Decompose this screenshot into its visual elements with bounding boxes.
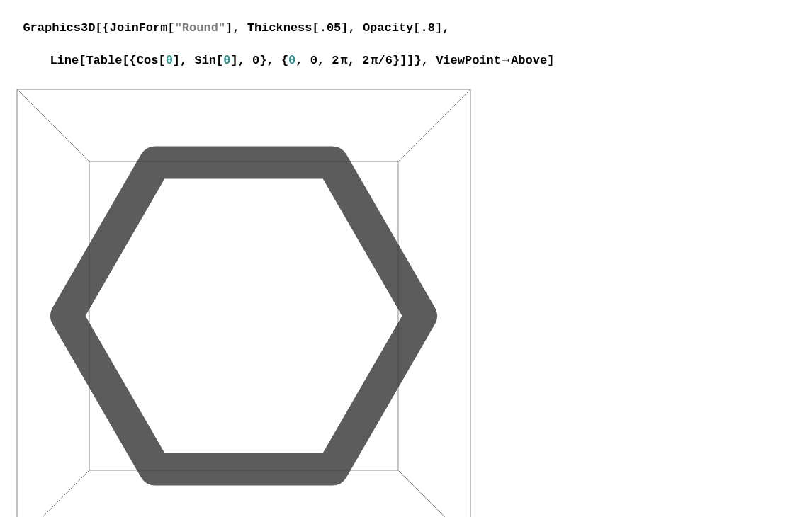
code-text: Above] [511, 54, 554, 67]
code-text: ], 0}, { [230, 54, 288, 67]
code-text: π [369, 54, 378, 67]
code-text: → [501, 54, 511, 67]
code-text: " [175, 21, 182, 35]
code-text: /6}]]}, ViewPoint [378, 54, 501, 67]
code-text: ], Thickness[.05], Opacity[.8], [225, 21, 449, 35]
input-code-line-2: Line[Table[{Cos[θ], Sin[θ], 0}, {θ, 0, 2… [9, 37, 812, 69]
code-string: Round [182, 21, 218, 35]
graphics3d-output[interactable] [10, 82, 812, 517]
hexagon-line [67, 162, 421, 469]
code-text: , 0, 2 [295, 54, 339, 67]
code-text: " [218, 21, 225, 35]
code-text: Graphics3D[{JoinForm[ [23, 21, 174, 35]
code-variable: θ [223, 54, 230, 67]
svg-line-3 [398, 89, 470, 161]
code-variable: θ [288, 54, 295, 67]
svg-line-4 [17, 470, 89, 517]
graphics3d-svg [10, 82, 478, 517]
code-text: , 2 [348, 54, 370, 67]
code-text: Line[Table[{Cos[ [50, 54, 165, 67]
code-text: ], Sin[ [173, 54, 223, 67]
code-variable: θ [166, 54, 173, 67]
svg-line-5 [398, 470, 470, 517]
code-text: π [339, 54, 348, 67]
svg-line-2 [17, 89, 89, 161]
input-code-line-1: Graphics3D[{JoinForm["Round"], Thickness… [9, 4, 812, 37]
